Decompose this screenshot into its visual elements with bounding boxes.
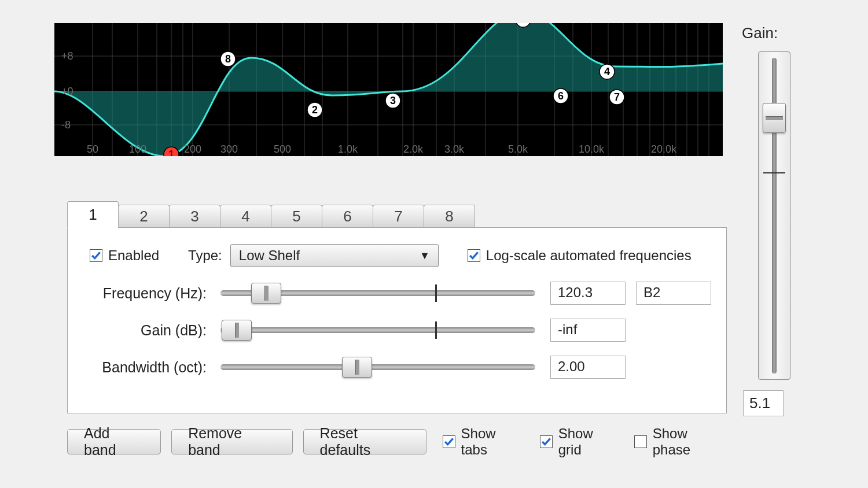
- svg-text:200: 200: [184, 143, 201, 155]
- svg-text:20.0k: 20.0k: [651, 143, 677, 155]
- remove-band-button[interactable]: Remove band: [171, 429, 292, 454]
- show-grid-label: Show grid: [558, 426, 619, 458]
- svg-text:3.0k: 3.0k: [444, 143, 465, 155]
- type-dropdown[interactable]: Low Shelf ▼: [230, 244, 439, 267]
- svg-text:+8: +8: [61, 50, 73, 62]
- svg-text:2: 2: [312, 104, 318, 116]
- gain-value-input[interactable]: 5.1: [743, 390, 784, 416]
- band-tab-1[interactable]: 1: [67, 201, 119, 228]
- gain-label: Gain:: [742, 24, 809, 42]
- frequency-slider-thumb[interactable]: [251, 283, 281, 304]
- svg-text:8: 8: [225, 53, 231, 65]
- svg-text:1: 1: [168, 149, 174, 156]
- svg-text:2.0k: 2.0k: [403, 143, 424, 155]
- gain-slider[interactable]: [758, 51, 790, 380]
- band-tab-6[interactable]: 6: [322, 205, 373, 228]
- svg-text:100: 100: [129, 143, 146, 155]
- show-tabs-label: Show tabs: [461, 426, 524, 458]
- band-tab-7[interactable]: 7: [373, 205, 424, 228]
- svg-text:3: 3: [390, 95, 396, 106]
- frequency-note-input[interactable]: B2: [636, 282, 711, 305]
- svg-text:5.0k: 5.0k: [508, 143, 528, 155]
- gaindb-value-input[interactable]: -inf: [550, 319, 626, 342]
- type-label: Type:: [188, 247, 222, 264]
- band-tab-5[interactable]: 5: [271, 205, 322, 228]
- bandwidth-slider-thumb[interactable]: [342, 357, 372, 378]
- svg-text:1.0k: 1.0k: [338, 143, 358, 155]
- gaindb-slider[interactable]: [216, 318, 540, 342]
- band-tabbar: 12345678: [67, 201, 475, 228]
- gaindb-label: Gain (dB):: [82, 322, 216, 339]
- svg-text:5: 5: [520, 23, 526, 25]
- enabled-checkbox[interactable]: [90, 249, 102, 262]
- add-band-button[interactable]: Add band: [67, 429, 161, 454]
- gaindb-slider-thumb[interactable]: [222, 320, 252, 341]
- chevron-down-icon: ▼: [420, 250, 430, 262]
- reset-defaults-button[interactable]: Reset defaults: [303, 429, 427, 454]
- bandwidth-label: Bandwidth (oct):: [82, 359, 216, 376]
- frequency-label: Frequency (Hz):: [82, 285, 216, 302]
- show-phase-label: Show phase: [653, 426, 727, 458]
- gain-slider-thumb[interactable]: [763, 103, 786, 133]
- band-tab-3[interactable]: 3: [169, 205, 220, 228]
- svg-text:6: 6: [558, 90, 564, 102]
- type-dropdown-value: Low Shelf: [239, 247, 300, 264]
- svg-text:500: 500: [274, 143, 291, 155]
- svg-text:10.0k: 10.0k: [579, 143, 605, 155]
- show-tabs-checkbox[interactable]: [443, 435, 455, 448]
- band-panel: Enabled Type: Low Shelf ▼ Log-scale auto…: [67, 227, 727, 413]
- svg-text:-8: -8: [61, 119, 71, 131]
- svg-text:300: 300: [220, 143, 238, 155]
- svg-text:7: 7: [614, 91, 620, 103]
- enabled-label: Enabled: [108, 247, 159, 264]
- band-tab-8[interactable]: 8: [424, 205, 475, 228]
- frequency-slider[interactable]: [216, 281, 540, 305]
- show-grid-checkbox[interactable]: [540, 435, 552, 448]
- bandwidth-slider[interactable]: [216, 355, 540, 379]
- frequency-value-input[interactable]: 120.3: [550, 282, 626, 305]
- svg-text:50: 50: [87, 143, 98, 155]
- show-phase-checkbox[interactable]: [634, 435, 646, 448]
- svg-text:4: 4: [604, 66, 610, 77]
- band-tab-4[interactable]: 4: [220, 205, 271, 228]
- logscale-label: Log-scale automated frequencies: [486, 247, 692, 264]
- band-tab-2[interactable]: 2: [118, 205, 170, 228]
- bandwidth-value-input[interactable]: 2.00: [550, 356, 626, 379]
- footer-bar: Add band Remove band Reset defaults Show…: [67, 426, 727, 458]
- logscale-checkbox[interactable]: [468, 249, 480, 262]
- eq-graph[interactable]: +8+0-8 501002003005001.0k2.0k3.0k5.0k10.…: [54, 23, 723, 156]
- svg-text:+0: +0: [61, 86, 73, 97]
